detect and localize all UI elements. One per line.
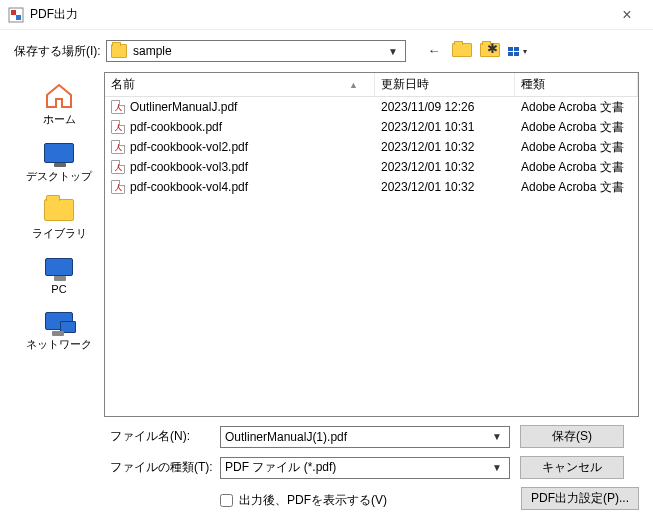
sidebar-item-label: デスクトップ bbox=[26, 169, 92, 184]
view-menu-button[interactable]: ▾ bbox=[508, 43, 528, 60]
sidebar-item-network[interactable]: ネットワーク bbox=[14, 303, 104, 360]
back-button[interactable]: ← bbox=[424, 43, 444, 60]
filename-input[interactable]: OutlinerManualJ(1).pdf ▼ bbox=[220, 426, 510, 448]
save-in-label: 保存する場所(I): bbox=[14, 43, 106, 60]
pdf-file-icon: 人 bbox=[111, 160, 125, 174]
table-row[interactable]: 人pdf-cookbook-vol2.pdf2023/12/01 10:32Ad… bbox=[105, 137, 638, 157]
svg-rect-2 bbox=[16, 15, 21, 20]
pdf-file-icon: 人 bbox=[111, 140, 125, 154]
column-header-date[interactable]: 更新日時 bbox=[375, 73, 515, 96]
filetype-select[interactable]: PDF ファイル (*.pdf) ▼ bbox=[220, 457, 510, 479]
svg-rect-1 bbox=[11, 10, 16, 15]
save-in-value: sample bbox=[133, 44, 385, 58]
sidebar-item-label: ホーム bbox=[43, 112, 76, 127]
folder-icon bbox=[42, 196, 76, 224]
form-area: ファイル名(N): OutlinerManualJ(1).pdf ▼ 保存(S)… bbox=[0, 417, 653, 517]
pc-icon bbox=[42, 253, 76, 281]
file-name-cell: 人pdf-cookbook-vol4.pdf bbox=[105, 180, 375, 194]
file-date-cell: 2023/12/01 10:32 bbox=[375, 180, 515, 194]
file-list: 名前▲ 更新日時 種類 人OutlinerManualJ.pdf2023/11/… bbox=[104, 72, 639, 417]
file-date-cell: 2023/12/01 10:32 bbox=[375, 160, 515, 174]
table-row[interactable]: 人pdf-cookbook.pdf2023/12/01 10:31Adobe A… bbox=[105, 117, 638, 137]
save-in-select[interactable]: sample ▼ bbox=[106, 40, 406, 62]
file-name-cell: 人pdf-cookbook.pdf bbox=[105, 120, 375, 134]
title-bar: PDF出力 × bbox=[0, 0, 653, 30]
show-after-checkbox-row: 出力後、PDFを表示する(V) bbox=[110, 492, 387, 509]
chevron-down-icon: ▼ bbox=[489, 431, 505, 442]
file-name-cell: 人pdf-cookbook-vol3.pdf bbox=[105, 160, 375, 174]
chevron-down-icon: ▼ bbox=[489, 462, 505, 473]
network-icon bbox=[42, 307, 76, 335]
file-type-cell: Adobe Acroba 文書 bbox=[515, 179, 638, 196]
pdf-file-icon: 人 bbox=[111, 100, 125, 114]
filename-value: OutlinerManualJ(1).pdf bbox=[225, 430, 489, 444]
column-headers: 名前▲ 更新日時 種類 bbox=[105, 73, 638, 97]
sidebar-item-label: ライブラリ bbox=[32, 226, 87, 241]
pdf-settings-button[interactable]: PDF出力設定(P)... bbox=[521, 487, 639, 510]
folder-icon bbox=[111, 44, 127, 58]
location-bar: 保存する場所(I): sample ▼ ← ✱ ▾ bbox=[0, 30, 653, 72]
table-row[interactable]: 人pdf-cookbook-vol4.pdf2023/12/01 10:32Ad… bbox=[105, 177, 638, 197]
filetype-value: PDF ファイル (*.pdf) bbox=[225, 459, 489, 476]
table-row[interactable]: 人OutlinerManualJ.pdf2023/11/09 12:26Adob… bbox=[105, 97, 638, 117]
sidebar-item-home[interactable]: ホーム bbox=[14, 78, 104, 135]
desktop-icon bbox=[42, 139, 76, 167]
show-after-label: 出力後、PDFを表示する(V) bbox=[239, 492, 387, 509]
file-type-cell: Adobe Acroba 文書 bbox=[515, 119, 638, 136]
file-type-cell: Adobe Acroba 文書 bbox=[515, 159, 638, 176]
sidebar-item-libraries[interactable]: ライブラリ bbox=[14, 192, 104, 249]
sidebar-item-desktop[interactable]: デスクトップ bbox=[14, 135, 104, 192]
sort-asc-icon: ▲ bbox=[349, 80, 368, 90]
up-button[interactable] bbox=[452, 43, 472, 60]
home-icon bbox=[42, 82, 76, 110]
table-row[interactable]: 人pdf-cookbook-vol3.pdf2023/12/01 10:32Ad… bbox=[105, 157, 638, 177]
sidebar-item-pc[interactable]: PC bbox=[14, 249, 104, 303]
column-header-name[interactable]: 名前▲ bbox=[105, 73, 375, 96]
file-name-cell: 人pdf-cookbook-vol2.pdf bbox=[105, 140, 375, 154]
places-sidebar: ホーム デスクトップ ライブラリ PC ネットワーク bbox=[14, 72, 104, 417]
save-button[interactable]: 保存(S) bbox=[520, 425, 624, 448]
show-after-checkbox[interactable] bbox=[220, 494, 233, 507]
chevron-down-icon: ▼ bbox=[385, 46, 401, 57]
pdf-file-icon: 人 bbox=[111, 120, 125, 134]
new-folder-button[interactable]: ✱ bbox=[480, 43, 500, 60]
cancel-button[interactable]: キャンセル bbox=[520, 456, 624, 479]
filetype-label: ファイルの種類(T): bbox=[110, 459, 220, 476]
sidebar-item-label: PC bbox=[51, 283, 66, 295]
column-header-type[interactable]: 種類 bbox=[515, 73, 638, 96]
filename-label: ファイル名(N): bbox=[110, 428, 220, 445]
file-date-cell: 2023/12/01 10:32 bbox=[375, 140, 515, 154]
close-button[interactable]: × bbox=[609, 6, 645, 24]
nav-toolbar: ← ✱ ▾ bbox=[424, 43, 528, 60]
window-title: PDF出力 bbox=[30, 6, 609, 23]
file-type-cell: Adobe Acroba 文書 bbox=[515, 99, 638, 116]
file-date-cell: 2023/12/01 10:31 bbox=[375, 120, 515, 134]
file-name-cell: 人OutlinerManualJ.pdf bbox=[105, 100, 375, 114]
file-date-cell: 2023/11/09 12:26 bbox=[375, 100, 515, 114]
pdf-file-icon: 人 bbox=[111, 180, 125, 194]
file-type-cell: Adobe Acroba 文書 bbox=[515, 139, 638, 156]
sidebar-item-label: ネットワーク bbox=[26, 337, 92, 352]
app-icon bbox=[8, 7, 24, 23]
